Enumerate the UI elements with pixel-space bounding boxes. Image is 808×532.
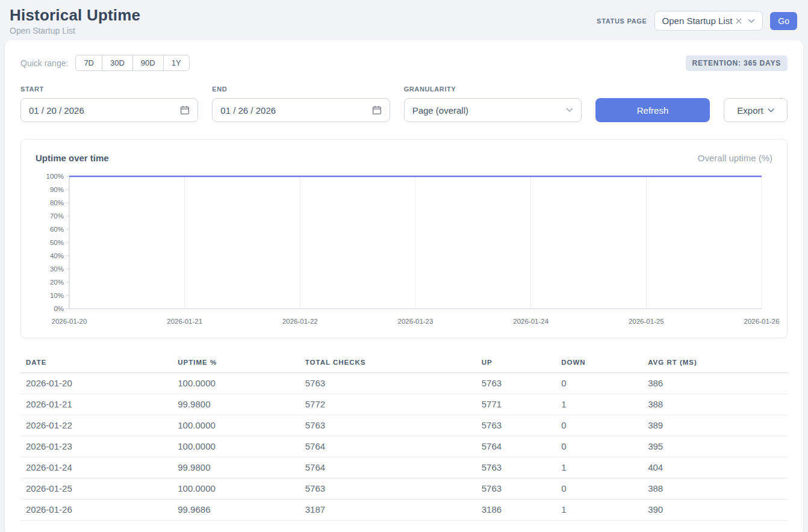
svg-text:2026-01-25: 2026-01-25 <box>629 318 664 325</box>
table-cell: 2026-01-22 <box>20 415 172 436</box>
svg-text:40%: 40% <box>50 252 64 259</box>
status-page-select[interactable]: Open Startup List <box>654 11 763 31</box>
table-cell: 5763 <box>300 478 476 500</box>
granularity-label: GRANULARITY <box>404 85 582 93</box>
start-date-field: START 01 / 20 / 2026 <box>20 85 198 122</box>
svg-text:50%: 50% <box>50 239 64 246</box>
page: Historical Uptime Open Startup List STAT… <box>0 0 808 532</box>
table-row: 2026-01-22100.0000576357630389 <box>20 415 788 436</box>
end-date-value: 01 / 26 / 2026 <box>220 105 276 116</box>
quick-range-label: Quick range: <box>20 58 68 68</box>
table-cell: 5764 <box>300 457 476 478</box>
status-page-label: STATUS PAGE <box>597 17 647 25</box>
svg-text:2026-01-20: 2026-01-20 <box>52 318 87 325</box>
table-cell: 404 <box>642 457 788 478</box>
svg-text:2026-01-21: 2026-01-21 <box>167 318 202 325</box>
table-cell: 386 <box>642 373 788 394</box>
end-date-input[interactable]: 01 / 26 / 2026 <box>212 98 390 122</box>
svg-text:2026-01-23: 2026-01-23 <box>398 318 434 325</box>
table-column-header: DATE <box>20 354 172 373</box>
table-cell: 2026-01-25 <box>20 478 172 500</box>
end-date-field: END 01 / 26 / 2026 <box>212 85 390 122</box>
page-title: Historical Uptime <box>10 6 140 25</box>
table-cell: 99.9800 <box>172 394 299 415</box>
main-card: Quick range: 7D 30D 90D 1Y RETENTION: 36… <box>5 40 803 532</box>
table-column-header: TOTAL CHECKS <box>300 354 476 373</box>
chevron-down-icon <box>768 108 774 113</box>
quick-range-1y-button[interactable]: 1Y <box>163 55 190 71</box>
table-cell: 0 <box>556 373 642 394</box>
table-cell: 99.9686 <box>172 500 299 521</box>
table-cell: 389 <box>642 415 788 436</box>
start-date-input[interactable]: 01 / 20 / 2026 <box>20 98 198 122</box>
svg-text:80%: 80% <box>50 199 64 206</box>
export-button-label: Export <box>737 105 763 116</box>
clear-icon[interactable] <box>736 18 742 24</box>
granularity-field: GRANULARITY Page (overall) <box>404 85 582 122</box>
table-cell: 0 <box>556 436 642 457</box>
start-date-value: 01 / 20 / 2026 <box>29 105 84 116</box>
table-cell: 1 <box>556 457 642 478</box>
table-cell: 5772 <box>300 394 476 415</box>
table-cell: 5764 <box>476 436 556 457</box>
header-controls: STATUS PAGE Open Startup List Go <box>597 11 797 31</box>
table-cell: 2026-01-21 <box>20 394 172 415</box>
table-cell: 1 <box>556 500 642 521</box>
table-column-header: DOWN <box>556 354 642 373</box>
chevron-down-icon <box>748 19 755 23</box>
table-row: 2026-01-2199.9800577257711388 <box>20 394 788 415</box>
table-cell: 388 <box>642 394 788 415</box>
granularity-select[interactable]: Page (overall) <box>404 98 582 122</box>
quick-range-90d-button[interactable]: 90D <box>132 55 164 71</box>
export-button[interactable]: Export <box>724 98 788 122</box>
refresh-button[interactable]: Refresh <box>595 98 710 122</box>
table-cell: 3187 <box>300 500 476 521</box>
svg-text:10%: 10% <box>50 292 64 299</box>
filters-row: START 01 / 20 / 2026 END 01 / 26 / 2026 <box>20 85 788 122</box>
table-cell: 2026-01-20 <box>20 373 172 394</box>
svg-text:100%: 100% <box>46 173 64 180</box>
calendar-icon[interactable] <box>372 105 382 115</box>
table-cell: 390 <box>642 500 788 521</box>
start-date-label: START <box>20 85 198 93</box>
table-cell: 2026-01-24 <box>20 457 172 478</box>
table-row: 2026-01-2499.9800576457631404 <box>20 457 788 478</box>
quick-range-30d-button[interactable]: 30D <box>102 55 133 71</box>
table-cell: 5763 <box>300 415 476 436</box>
calendar-icon[interactable] <box>180 105 190 115</box>
table-cell: 395 <box>642 436 788 457</box>
retention-badge: RETENTION: 365 DAYS <box>686 55 788 71</box>
table-row: 2026-01-2699.9686318731861390 <box>20 500 788 521</box>
svg-text:20%: 20% <box>50 279 64 286</box>
svg-text:30%: 30% <box>50 265 64 273</box>
uptime-line-chart: 0%10%20%30%40%50%60%70%80%90%100%2026-01… <box>34 172 768 329</box>
table-column-header: UP <box>476 354 556 373</box>
table-column-header: UPTIME % <box>172 354 299 373</box>
table-row: 2026-01-20100.0000576357630386 <box>20 373 788 394</box>
table-cell: 5763 <box>476 415 556 436</box>
table-row: 2026-01-23100.0000576457640395 <box>20 436 788 457</box>
table-header: DATEUPTIME %TOTAL CHECKSUPDOWNAVG RT (MS… <box>20 354 788 373</box>
svg-text:90%: 90% <box>50 186 64 193</box>
svg-text:2026-01-22: 2026-01-22 <box>282 318 318 325</box>
table-cell: 99.9800 <box>172 457 299 478</box>
table-cell: 100.0000 <box>172 436 299 457</box>
table-cell: 5763 <box>476 478 556 500</box>
table-cell: 388 <box>642 478 788 500</box>
chart-area: 0%10%20%30%40%50%60%70%80%90%100%2026-01… <box>34 172 774 329</box>
go-button[interactable]: Go <box>770 12 797 30</box>
table-cell: 5763 <box>476 457 556 478</box>
table-cell: 100.0000 <box>172 373 299 394</box>
table-cell: 5771 <box>476 394 556 415</box>
table-cell: 2026-01-23 <box>20 436 172 457</box>
quick-range-7d-button[interactable]: 7D <box>75 55 102 71</box>
uptime-chart-card: Uptime over time Overall uptime (%) 0%10… <box>20 139 788 338</box>
svg-text:0%: 0% <box>54 305 64 312</box>
title-block: Historical Uptime Open Startup List <box>10 6 140 36</box>
table-column-header: AVG RT (MS) <box>642 354 788 373</box>
granularity-selected-value: Page (overall) <box>412 105 468 116</box>
uptime-table: DATEUPTIME %TOTAL CHECKSUPDOWNAVG RT (MS… <box>20 354 788 521</box>
top-header: Historical Uptime Open Startup List STAT… <box>0 0 808 40</box>
table-cell: 1 <box>556 394 642 415</box>
chart-legend: Overall uptime (%) <box>698 153 772 163</box>
